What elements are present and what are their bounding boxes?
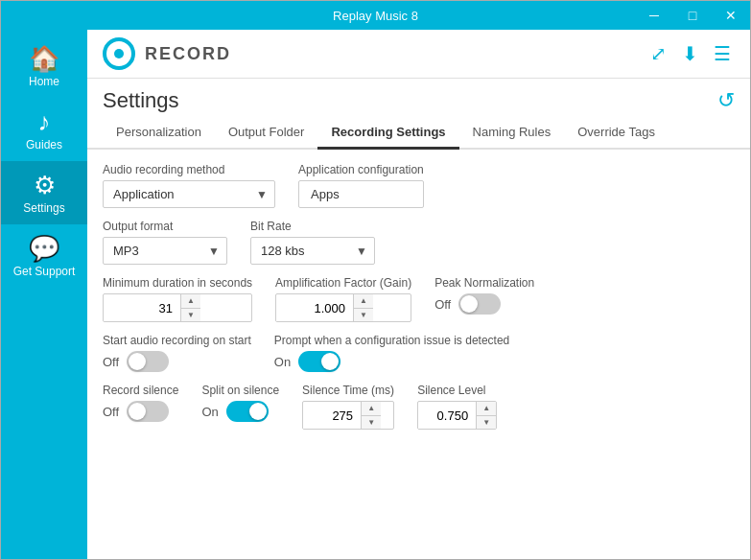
home-icon: 🏠 <box>29 46 59 71</box>
reset-button[interactable]: ↺ <box>717 88 735 113</box>
amp-factor-group: Amplification Factor (Gain) ▲ ▼ <box>275 276 411 322</box>
split-silence-group: Split on silence On <box>201 384 279 430</box>
form-row-4: Start audio recording on start Off Promp… <box>103 334 735 372</box>
bit-rate-group: Bit Rate 64 kbs 128 kbs 192 kbs 256 kbs … <box>250 220 375 265</box>
silence-time-spinner: ▲ ▼ <box>302 401 394 430</box>
form-row-5: Record silence Off Split on silence On <box>103 384 735 430</box>
form-row-1: Audio recording method Application Stere… <box>103 163 735 208</box>
output-format-select[interactable]: MP3 WAV FLAC AAC <box>103 237 227 265</box>
support-icon: 💬 <box>29 236 59 261</box>
download-button[interactable]: ⬇ <box>678 40 702 67</box>
record-silence-group: Record silence Off <box>103 384 178 430</box>
guides-icon: ♪ <box>38 109 51 134</box>
audio-recording-method-group: Audio recording method Application Stere… <box>103 163 275 208</box>
silence-level-group: Silence Level ▲ ▼ <box>417 384 497 430</box>
silence-level-spinner: ▲ ▼ <box>417 401 497 430</box>
output-format-group: Output format MP3 WAV FLAC AAC ▼ <box>103 220 227 265</box>
tab-output-folder[interactable]: Output Folder <box>215 117 318 150</box>
sidebar-item-settings[interactable]: ⚙ Settings <box>1 161 87 224</box>
start-audio-toggle-group: Off <box>103 351 251 372</box>
window-title: Replay Music 8 <box>333 9 418 23</box>
record-header: RECORD ⤢ ⬇ ☰ <box>87 30 750 79</box>
sidebar-guides-label: Guides <box>26 138 62 152</box>
peak-norm-label: Peak Normalization <box>434 276 534 290</box>
start-audio-label: Start audio recording on start <box>103 334 251 347</box>
record-title: RECORD <box>145 44 231 64</box>
output-format-label: Output format <box>103 220 227 233</box>
menu-button[interactable]: ☰ <box>710 40 735 67</box>
prompt-config-group: Prompt when a configuration issue is det… <box>274 334 509 372</box>
amp-factor-decrement[interactable]: ▼ <box>354 308 373 321</box>
silence-time-group: Silence Time (ms) ▲ ▼ <box>302 384 394 430</box>
min-duration-group: Minimum duration in seconds ▲ ▼ <box>103 276 252 322</box>
app-config-label: Application configuration <box>298 163 424 176</box>
audio-recording-method-wrapper: Application Stereo Mix Microphone ▼ <box>103 180 275 208</box>
silence-time-increment[interactable]: ▲ <box>362 402 381 415</box>
form-row-3: Minimum duration in seconds ▲ ▼ Amplific… <box>103 276 735 322</box>
prompt-config-toggle[interactable] <box>298 351 340 372</box>
record-silence-state-label: Off <box>103 405 119 419</box>
sidebar-support-label: Get Support <box>13 265 76 278</box>
min-duration-decrement[interactable]: ▼ <box>181 308 200 321</box>
form-row-2: Output format MP3 WAV FLAC AAC ▼ <box>103 220 735 265</box>
output-format-wrapper: MP3 WAV FLAC AAC ▼ <box>103 237 227 265</box>
silence-level-label: Silence Level <box>417 384 497 397</box>
main-area: 🏠 Home ♪ Guides ⚙ Settings 💬 Get Support <box>1 30 750 559</box>
record-silence-toggle-group: Off <box>103 401 178 422</box>
minimize-button[interactable]: ─ <box>635 1 673 30</box>
prompt-config-toggle-group: On <box>274 351 509 372</box>
silence-level-spinner-buttons: ▲ ▼ <box>476 402 496 429</box>
settings-icon: ⚙ <box>34 173 56 198</box>
min-duration-label: Minimum duration in seconds <box>103 276 252 290</box>
start-audio-toggle[interactable] <box>127 351 169 372</box>
sidebar: 🏠 Home ♪ Guides ⚙ Settings 💬 Get Support <box>1 30 87 559</box>
record-logo-circle <box>103 37 135 70</box>
peak-norm-toggle-group: Off <box>434 293 534 315</box>
silence-level-input[interactable] <box>418 403 476 429</box>
settings-form: Audio recording method Application Stere… <box>87 150 750 559</box>
min-duration-spinner: ▲ ▼ <box>103 293 252 322</box>
title-bar: Replay Music 8 ─ □ ✕ <box>1 1 750 30</box>
peak-normalization-group: Peak Normalization Off <box>434 276 534 322</box>
page-title: Settings <box>103 88 179 113</box>
record-silence-label: Record silence <box>103 384 178 397</box>
tab-naming-rules[interactable]: Naming Rules <box>459 117 565 150</box>
sidebar-item-support[interactable]: 💬 Get Support <box>1 224 87 288</box>
peak-norm-toggle[interactable] <box>458 293 501 315</box>
content-panel: RECORD ⤢ ⬇ ☰ Settings ↺ Personalization … <box>87 30 750 559</box>
min-duration-spinner-buttons: ▲ ▼ <box>180 294 200 321</box>
silence-time-input[interactable] <box>303 403 361 429</box>
min-duration-increment[interactable]: ▲ <box>181 294 200 308</box>
amp-factor-increment[interactable]: ▲ <box>354 294 373 308</box>
prompt-config-state-label: On <box>274 355 291 369</box>
sidebar-item-home[interactable]: 🏠 Home <box>1 35 87 98</box>
close-button[interactable]: ✕ <box>712 1 750 30</box>
record-silence-toggle[interactable] <box>127 401 169 422</box>
silence-time-decrement[interactable]: ▼ <box>362 415 381 429</box>
sidebar-item-guides[interactable]: ♪ Guides <box>1 98 87 161</box>
tab-recording-settings[interactable]: Recording Settings <box>317 117 458 150</box>
tab-override-tags[interactable]: Override Tags <box>564 117 669 150</box>
silence-time-label: Silence Time (ms) <box>302 384 394 397</box>
split-silence-toggle[interactable] <box>226 401 269 422</box>
app-config-value: Apps <box>298 180 424 208</box>
start-audio-group: Start audio recording on start Off <box>103 334 251 372</box>
sidebar-home-label: Home <box>29 75 59 88</box>
audio-recording-method-select[interactable]: Application Stereo Mix Microphone <box>103 180 275 208</box>
bit-rate-select[interactable]: 64 kbs 128 kbs 192 kbs 256 kbs 320 kbs <box>250 237 375 265</box>
tab-personalization[interactable]: Personalization <box>103 117 215 150</box>
tabs-bar: Personalization Output Folder Recording … <box>87 117 750 150</box>
start-audio-state-label: Off <box>103 355 119 369</box>
peak-norm-state-label: Off <box>434 297 451 312</box>
audio-recording-method-label: Audio recording method <box>103 163 275 176</box>
amp-factor-label: Amplification Factor (Gain) <box>275 276 411 290</box>
maximize-button[interactable]: □ <box>673 1 712 30</box>
min-duration-input[interactable] <box>104 295 180 321</box>
silence-level-increment[interactable]: ▲ <box>477 402 496 415</box>
amp-factor-input[interactable] <box>276 295 353 321</box>
record-logo: RECORD <box>103 37 231 70</box>
silence-level-decrement[interactable]: ▼ <box>477 415 496 429</box>
app-window: Replay Music 8 ─ □ ✕ 🏠 Home ♪ Guides ⚙ S… <box>0 0 751 560</box>
settings-title-bar: Settings ↺ <box>87 79 750 117</box>
collapse-button[interactable]: ⤢ <box>646 40 670 67</box>
